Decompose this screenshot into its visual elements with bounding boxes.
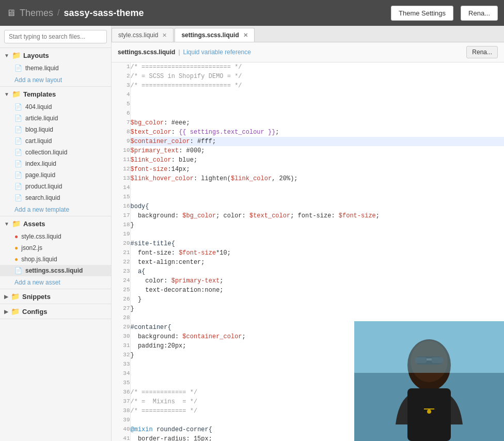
line-number: 36 [112, 388, 130, 397]
line-number: 3 [112, 81, 130, 90]
template-search[interactable]: 📄search.liquid [0, 192, 111, 203]
line-number: 31 [112, 341, 130, 351]
template-cart[interactable]: 📄cart.liquid [0, 135, 111, 147]
sidebar-section-templates: ▼ 📁 Templates 📄404.liquid 📄article.liqui… [0, 87, 111, 216]
svg-rect-11 [354, 321, 504, 373]
template-404-label: 404.liquid [25, 103, 52, 111]
tab-style-css[interactable]: style.css.liquid ✕ [112, 28, 174, 42]
sidebar-section-assets: ▼ 📁 Assets ●style.css.liquid ●json2.js ●… [0, 216, 111, 289]
line-code: $font-size:14px; [130, 165, 504, 174]
line-number: 26 [112, 295, 130, 304]
rename-button[interactable]: Rena... [461, 6, 498, 21]
template-page[interactable]: 📄page.liquid [0, 169, 111, 181]
template-collection[interactable]: 📄collection.liquid [0, 147, 111, 158]
line-number: 28 [112, 313, 130, 323]
breadcrumb: Themes / sassy-sass-theme [20, 8, 144, 19]
layouts-section-header[interactable]: ▼ 📁 Layouts [0, 48, 111, 62]
template-404[interactable]: 📄404.liquid [0, 101, 111, 113]
arrow-icon: ▼ [4, 221, 9, 227]
sidebar-section-configs: ▶ 📁 Configs [0, 304, 111, 319]
search-input[interactable] [4, 30, 107, 43]
add-asset-link[interactable]: Add a new asset [0, 276, 111, 289]
line-number: 41 [112, 434, 130, 441]
image-overlay [354, 321, 504, 441]
line-code: $bg_color: #eee; [130, 118, 504, 128]
line-number: 32 [112, 351, 130, 360]
file-icon: 📄 [14, 183, 22, 190]
line-code: text-decoration:none; [130, 286, 504, 295]
monitor-icon: 🖥 [6, 8, 15, 19]
line-number: 8 [112, 128, 130, 137]
theme-settings-button[interactable]: Theme Settings [391, 6, 453, 21]
line-number: 24 [112, 276, 130, 286]
asset-shop-js[interactable]: ●shop.js.liquid [0, 254, 111, 265]
line-number: 14 [112, 183, 130, 193]
line-code: a{ [130, 267, 504, 276]
line-code [130, 90, 504, 100]
asset-settings-scss[interactable]: 📄settings.scss.liquid [0, 265, 111, 276]
asset-shop-js-label: shop.js.liquid [21, 256, 57, 263]
line-number: 21 [112, 248, 130, 258]
configs-label: Configs [22, 308, 47, 316]
rename-file-button[interactable]: Rena... [466, 46, 498, 58]
themes-link[interactable]: Themes [20, 8, 53, 19]
sidebar-section-snippets: ▶ 📁 Snippets [0, 289, 111, 304]
tab-style-css-label: style.css.liquid [118, 32, 158, 39]
snippets-label: Snippets [22, 293, 51, 301]
line-code [130, 193, 504, 202]
asset-style-css[interactable]: ●style.css.liquid [0, 231, 111, 242]
folder-icon: 📁 [12, 90, 21, 98]
line-code: } [130, 220, 504, 230]
line-code [130, 100, 504, 109]
sidebar: ▼ 📁 Layouts 📄 theme.liquid Add a new lay… [0, 26, 112, 441]
header: 🖥 Themes / sassy-sass-theme Theme Settin… [0, 0, 504, 26]
add-layout-link[interactable]: Add a new layout [0, 74, 111, 86]
file-icon: 📄 [14, 103, 22, 111]
line-code: color: $primary-text; [130, 276, 504, 286]
line-number: 9 [112, 137, 130, 146]
svg-rect-3 [407, 388, 451, 441]
add-template-link[interactable]: Add a new template [0, 203, 111, 216]
file-icon: 📄 [14, 171, 22, 179]
line-code: $text_color: {{ settings.text_colour }}; [130, 128, 504, 137]
snippets-section-header[interactable]: ▶ 📁 Snippets [0, 289, 111, 304]
asset-json2-label: json2.js [21, 244, 42, 251]
file-icon: 📄 [14, 65, 22, 72]
line-code: $container_color: #fff; [130, 137, 504, 146]
close-tab-settings-icon[interactable]: ✕ [243, 32, 248, 39]
liquid-variable-reference-link[interactable]: Liquid variable reference [183, 49, 251, 56]
close-tab-style-icon[interactable]: ✕ [162, 32, 167, 39]
asset-json2-js[interactable]: ●json2.js [0, 242, 111, 254]
line-number: 10 [112, 146, 130, 155]
line-number: 40 [112, 425, 130, 434]
code-editor[interactable]: 1/* ======================== */2/* = SCS… [112, 62, 504, 441]
template-article[interactable]: 📄article.liquid [0, 113, 111, 124]
file-icon: 📄 [14, 149, 22, 156]
current-theme: sassy-sass-theme [64, 8, 144, 19]
line-number: 25 [112, 286, 130, 295]
line-number: 35 [112, 379, 130, 388]
assets-section-header[interactable]: ▼ 📁 Assets [0, 216, 111, 231]
line-code [130, 109, 504, 118]
header-sep: | [178, 49, 180, 56]
line-code: $link_color: blue; [130, 155, 504, 165]
template-blog[interactable]: 📄blog.liquid [0, 124, 111, 135]
line-code: /* ======================== */ [130, 62, 504, 72]
line-number: 11 [112, 155, 130, 165]
line-number: 15 [112, 193, 130, 202]
js-icon: ● [14, 244, 18, 251]
line-code: #site-title{ [130, 239, 504, 248]
file-icon: 📄 [14, 160, 22, 167]
line-code: /* = SCSS in Shopify DEMO = */ [130, 72, 504, 81]
layout-theme-liquid[interactable]: 📄 theme.liquid [0, 62, 111, 74]
line-number: 19 [112, 230, 130, 239]
templates-section-header[interactable]: ▼ 📁 Templates [0, 87, 111, 101]
template-index[interactable]: 📄index.liquid [0, 158, 111, 169]
template-product[interactable]: 📄product.liquid [0, 181, 111, 192]
template-collection-label: collection.liquid [25, 149, 67, 156]
line-number: 6 [112, 109, 130, 118]
tab-settings-scss[interactable]: settings.scss.liquid ✕ [175, 28, 254, 42]
configs-section-header[interactable]: ▶ 📁 Configs [0, 304, 111, 319]
folder-icon: 📁 [12, 219, 21, 228]
content-area: style.css.liquid ✕ settings.scss.liquid … [112, 26, 504, 441]
